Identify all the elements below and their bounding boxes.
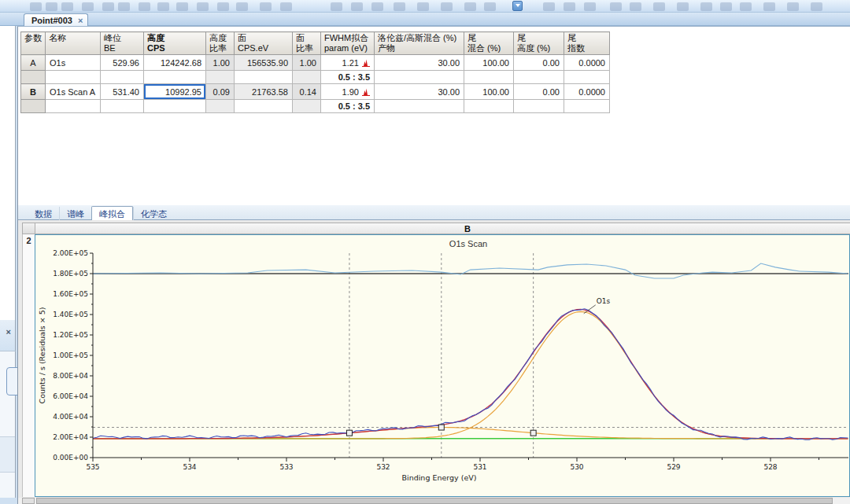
cell-param[interactable]: A xyxy=(21,55,46,71)
toolbar-button[interactable] xyxy=(46,2,57,11)
toolbar-button[interactable] xyxy=(763,2,775,11)
cell-fwhm[interactable]: 1.90 xyxy=(321,84,375,100)
cell-aratio[interactable]: 1.00 xyxy=(293,55,321,71)
toolbar-button[interactable] xyxy=(61,2,73,11)
tab-point-003[interactable]: Point#003× xyxy=(24,13,88,26)
cell-aratio[interactable]: 0.14 xyxy=(293,84,321,100)
toolbar-button[interactable] xyxy=(139,2,150,11)
column-header-param[interactable]: 参数 xyxy=(21,32,46,55)
column-header-theight[interactable]: 尾高度 (%) xyxy=(514,32,564,55)
cell-hratio[interactable]: 1.00 xyxy=(206,55,235,71)
toolbar-button[interactable] xyxy=(176,2,188,11)
constraint-cell-height[interactable] xyxy=(144,71,206,84)
cell-be[interactable]: 531.40 xyxy=(101,84,144,100)
column-header-tmix[interactable]: 尾混合 (%) xyxy=(464,32,514,55)
constraint-cell-hratio[interactable] xyxy=(206,71,235,84)
cell-be[interactable]: 529.96 xyxy=(101,55,144,71)
toolbar-button[interactable] xyxy=(787,2,799,11)
toolbar-button[interactable] xyxy=(30,2,42,11)
chart-column-header[interactable]: B xyxy=(35,223,850,234)
scrollbar-thumb[interactable] xyxy=(36,498,833,504)
scroll-left-button[interactable] xyxy=(22,498,35,504)
constraint-cell-lg[interactable] xyxy=(375,71,464,84)
column-header-texp[interactable]: 尾指数 xyxy=(564,32,610,55)
constraint-cell-texp[interactable] xyxy=(564,71,610,84)
cell-area[interactable]: 21763.58 xyxy=(235,84,293,100)
cell-height[interactable]: 10992.95 xyxy=(144,84,206,100)
toolbar-button[interactable] xyxy=(653,2,665,11)
peak-handle[interactable] xyxy=(530,430,536,436)
cell-name[interactable]: O1s xyxy=(46,55,101,71)
column-header-fwhm[interactable]: FWHM拟合param (eV) xyxy=(321,32,375,55)
toolbar-button[interactable] xyxy=(394,2,405,11)
toolbar-button[interactable] xyxy=(543,2,555,11)
constraint-cell-lg[interactable] xyxy=(375,100,464,113)
spectrum-chart[interactable]: O1s Scan 0.00E+002.00E+044.00E+046.00E+0… xyxy=(35,234,850,497)
cell-texp[interactable]: 0.0000 xyxy=(564,55,610,71)
constraint-cell-fwhm[interactable]: 0.5 : 3.5 xyxy=(321,71,375,84)
cell-hratio[interactable]: 0.09 xyxy=(206,84,235,100)
toolbar-button[interactable] xyxy=(484,2,496,11)
toolbar-button[interactable] xyxy=(630,2,641,11)
constraint-cell-param[interactable] xyxy=(21,71,46,84)
constraint-cell-param[interactable] xyxy=(21,100,46,113)
column-header-name[interactable]: 名称 xyxy=(46,32,101,55)
cell-theight[interactable]: 0.00 xyxy=(514,84,564,100)
constraint-cell-theight[interactable] xyxy=(514,100,564,113)
constraint-cell-be[interactable] xyxy=(101,71,144,84)
toolbar-button[interactable] xyxy=(82,2,94,11)
toolbar-button[interactable] xyxy=(236,2,248,11)
peak-handle[interactable] xyxy=(438,425,444,430)
horizontal-scrollbar[interactable] xyxy=(18,498,850,504)
constraint-cell-hratio[interactable] xyxy=(206,100,235,113)
toolbar-button[interactable] xyxy=(740,2,752,11)
column-header-aratio[interactable]: 面比率 xyxy=(293,32,321,55)
constraint-cell-name[interactable] xyxy=(46,100,101,113)
constraint-cell-be[interactable] xyxy=(101,100,144,113)
peak-table[interactable]: 参数名称峰位BE高度CPS高度比率面CPS.eV面比率FWHM拟合param (… xyxy=(20,31,610,113)
cell-tmix[interactable]: 100.00 xyxy=(464,55,514,71)
toolbar-button[interactable] xyxy=(331,2,342,11)
cell-texp[interactable]: 0.0000 xyxy=(564,84,610,100)
cell-fwhm[interactable]: 1.21 xyxy=(321,55,375,71)
constraint-cell-aratio[interactable] xyxy=(293,71,321,84)
peak-handle[interactable] xyxy=(346,430,352,436)
toolbar-button[interactable] xyxy=(441,2,453,11)
column-header-be[interactable]: 峰位BE xyxy=(101,32,144,55)
constraint-cell-tmix[interactable] xyxy=(464,71,514,84)
toolbar-button[interactable] xyxy=(351,2,363,11)
constraint-cell-aratio[interactable] xyxy=(293,100,321,113)
spectrum-plot[interactable]: 0.00E+002.00E+044.00E+046.00E+048.00E+04… xyxy=(35,235,849,496)
panel-close-icon[interactable]: × xyxy=(6,327,11,337)
constraint-cell-area[interactable] xyxy=(235,100,293,113)
constraint-cell-area[interactable] xyxy=(235,71,293,84)
toolbar-button[interactable] xyxy=(371,2,383,11)
toolbar-button[interactable] xyxy=(720,2,732,11)
toolbar-button[interactable] xyxy=(102,2,114,11)
cell-height[interactable]: 124242.68 xyxy=(144,55,206,71)
cell-tmix[interactable]: 100.00 xyxy=(464,84,514,100)
constraint-cell-texp[interactable] xyxy=(564,100,610,113)
toolbar-button[interactable] xyxy=(811,2,822,11)
constraint-cell-tmix[interactable] xyxy=(464,100,514,113)
toolbar-button[interactable] xyxy=(417,2,429,11)
toolbar-button[interactable] xyxy=(564,2,575,11)
filter-toolbar-button[interactable] xyxy=(512,1,523,11)
toolbar-button[interactable] xyxy=(260,2,272,11)
toolbar-button[interactable] xyxy=(584,2,596,11)
cell-lg[interactable]: 30.00 xyxy=(375,55,464,71)
toolbar-button[interactable] xyxy=(157,2,169,11)
cell-lg[interactable]: 30.00 xyxy=(375,84,464,100)
toolbar-button[interactable] xyxy=(610,2,622,11)
constraint-cell-theight[interactable] xyxy=(514,71,564,84)
tab-close-icon[interactable]: × xyxy=(78,16,83,25)
constraint-cell-height[interactable] xyxy=(144,100,206,113)
toolbar-button[interactable] xyxy=(118,2,130,11)
chart-row-gutter[interactable]: 2 xyxy=(22,234,35,497)
column-header-hratio[interactable]: 高度比率 xyxy=(206,32,235,55)
toolbar-button[interactable] xyxy=(677,2,689,11)
toolbar-button[interactable] xyxy=(197,2,209,11)
constraint-cell-name[interactable] xyxy=(46,71,101,84)
column-header-area[interactable]: 面CPS.eV xyxy=(235,32,293,55)
column-header-height[interactable]: 高度CPS xyxy=(144,32,206,55)
